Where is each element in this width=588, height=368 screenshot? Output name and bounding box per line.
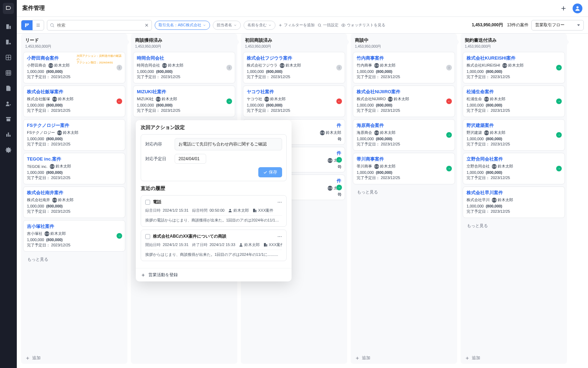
owner-avatar: 担当 [484, 130, 489, 135]
card-owner: 鈴木太郎 [54, 63, 70, 68]
deal-card[interactable]: FSテクノロジー案件 FSテクノロジー 担当鈴木太郎 1,000,000(800… [23, 119, 125, 151]
deal-card[interactable]: TEGOE inc.案件 TEGOE inc. 担当鈴木太郎 1,000,000… [23, 153, 125, 184]
card-owner: 鈴木太郎 [498, 164, 513, 169]
deal-card[interactable]: MIZUKI社案件 MIZUKI社 担当鈴木太郎 1,000,000(800,0… [133, 86, 235, 117]
card-due-label: 完了予定日： [467, 176, 490, 180]
add-card-link[interactable]: 追加 [461, 352, 567, 364]
deal-card[interactable]: 株式会社早川案件 株式会社早川 担当鈴木太郎 1,000,000(800,000… [463, 186, 565, 218]
column-amount: 1,453,950,000円 [245, 44, 343, 49]
nav-grid[interactable] [0, 66, 17, 80]
clear-icon[interactable] [144, 23, 149, 28]
owner-avatar: 担当 [50, 164, 55, 169]
card-owner: 鈴木太郎 [168, 63, 183, 68]
column-title: 初回商談済み [245, 37, 343, 43]
history-more-icon[interactable]: ··· [278, 200, 282, 205]
card-due: 2023/12/25 [51, 209, 70, 213]
svg-point-21 [230, 209, 231, 210]
flow-select[interactable]: 営業取引フロー [531, 20, 584, 30]
history-item[interactable]: 電話 ··· 録音日時 2024/1/2 15:31録音時間 00:50:00 … [141, 195, 287, 227]
history-checkbox[interactable] [145, 200, 150, 205]
card-title: 株式会社フジウラ案件 [247, 55, 341, 61]
svg-point-6 [7, 102, 9, 104]
card-due: 2023/12/25 [161, 75, 180, 79]
date-label: 対応予定日 [145, 156, 170, 162]
chevron-down-icon [233, 23, 237, 27]
deal-card[interactable]: 株式会社NIJIIRO案件 株式会社NIJIIRO 担当鈴木太郎 1,000,0… [353, 86, 455, 117]
add-card-link[interactable]: 追加 [351, 352, 457, 364]
deal-card[interactable]: 立野合同会社案件 立野合同会社 担当鈴木太郎 1,000,000(800,000… [463, 153, 565, 184]
filter-chip-owner[interactable]: 担当者名 [213, 21, 241, 30]
search-input[interactable] [47, 20, 152, 30]
card-paren: (800,000) [376, 137, 392, 141]
nav-settings[interactable] [0, 143, 17, 157]
card-title: 件 [304, 178, 341, 184]
card-amount: 1,000,000 [357, 103, 374, 107]
card-paren: (800,000) [376, 103, 392, 107]
bulk-config-button[interactable]: 一括設定 [317, 22, 338, 28]
deal-card[interactable]: 株式会社南井案件 株式会社南井 担当鈴木太郎 1,000,000(800,000… [23, 186, 125, 218]
deal-card[interactable]: 松浦生命案件 松浦生命 担当鈴木太郎 1,000,000(800,000) 完了… [463, 86, 565, 117]
filter-chip-client[interactable]: 取引先名：ABC株式会社 [155, 21, 210, 30]
nav-archive[interactable] [0, 112, 17, 126]
card-amount: 1,000,000 [467, 204, 484, 208]
nav-users[interactable] [0, 97, 17, 111]
add-card-link[interactable]: 追加 [21, 352, 127, 364]
show-more-link[interactable]: もっと見る [463, 220, 565, 232]
deal-card[interactable]: 野沢建築案件 野沢建築 担当鈴木太郎 1,000,000(800,000) 完了… [463, 119, 565, 151]
card-due: 2023/12/25 [51, 176, 70, 180]
history-checkbox[interactable] [145, 234, 150, 239]
nav-analytics[interactable] [0, 128, 17, 142]
history-item[interactable]: 株式会社ABCのXX案件についての商談 ··· 開始日時 2024/1/2 15… [141, 230, 287, 261]
card-company: 小野田商会 [27, 63, 46, 68]
status-indicator-green: → [556, 65, 562, 70]
card-due: 2023/12/25 [271, 75, 290, 79]
date-input[interactable]: 2024/04/01 [175, 154, 206, 164]
card-paren: (800,000) [266, 69, 282, 74]
card-amount: 1,000,000 [27, 204, 44, 208]
status-indicator-red: ← [446, 98, 452, 104]
deal-card[interactable]: 帯川商事案件 帯川商事 担当鈴木太郎 1,000,000(800,000) 完了… [353, 153, 455, 184]
card-owner: 鈴木太郎 [380, 130, 396, 135]
card-due: 2023/12/25 [381, 108, 400, 113]
deal-card[interactable]: 株式会社飯塚案件 株式会社飯塚 担当鈴木太郎 1,000,000(800,000… [23, 86, 125, 117]
card-paren: (800,000) [376, 69, 392, 74]
svg-rect-5 [6, 70, 11, 75]
save-button[interactable]: 保存 [258, 167, 282, 177]
add-filter-button[interactable]: フィルターを追加 [278, 22, 315, 28]
popover-action-title: 次回アクション設定 [141, 124, 287, 131]
svg-rect-16 [27, 23, 28, 26]
deal-card[interactable]: 海原商会案件 海原商会 担当鈴木太郎 1,000,000(800,000) 完了… [353, 119, 455, 151]
show-more-link[interactable]: もっと見る [353, 186, 455, 198]
deal-card[interactable]: 吉小塚社案件 吉小塚社 担当鈴木太郎 1,000,000(800,000) 完了… [23, 220, 125, 252]
owner-avatar: 担当 [328, 158, 332, 163]
view-list[interactable] [33, 20, 44, 30]
card-paren: (800,000) [46, 103, 63, 107]
nav-table[interactable] [0, 50, 17, 64]
history-body: 挨拶からはじまり、商談獲得が出来た。1回目のアポは2024年の11/1に....… [145, 250, 282, 257]
history-more-icon[interactable]: ··· [278, 234, 282, 239]
card-amount: 1,000,000 [27, 238, 44, 242]
view-kanban[interactable] [21, 20, 33, 30]
card-owner: 鈴木太郎 [508, 63, 524, 68]
user-avatar[interactable] [573, 4, 582, 13]
card-amount: 1,000,000 [357, 137, 374, 141]
card-amount: 1,000,000 [27, 103, 44, 107]
content-input[interactable]: お電話にて先日打ち合わせ内容に関するご確認 [175, 138, 282, 150]
nav-company-settings[interactable] [0, 35, 17, 49]
nav-document[interactable] [0, 81, 17, 95]
deal-card[interactable]: 株式会社フジウラ案件 株式会社フジウラ 担当鈴木太郎 1,000,000(800… [243, 52, 345, 83]
deal-card[interactable]: 次回アクション：資料送付後の確認の...アクション期日：2024/04/01 小… [23, 52, 125, 83]
status-indicator-green: → [226, 98, 232, 104]
filter-chip-name[interactable]: 名前を含む [244, 21, 275, 30]
register-activity-button[interactable]: 営業活動を登録 [136, 268, 292, 281]
nav-company[interactable] [0, 20, 17, 34]
deal-card[interactable]: 株式会社KUREISHI案件 株式会社KUREISHI 担当鈴木太郎 1,000… [463, 52, 565, 83]
show-more-link[interactable]: もっと見る [23, 254, 125, 265]
add-button[interactable] [559, 4, 568, 13]
deal-card[interactable]: 竹内商事案件 竹内商事 担当鈴木太郎 1,000,000(800,000) 完了… [353, 52, 455, 83]
popover-history-title: 直近の履歴 [141, 185, 287, 192]
deal-card[interactable]: ヤコウ社案件 ヤコウ社 担当鈴木太郎 1,000,000(800,000) 完了… [243, 86, 345, 117]
deal-card[interactable]: 時岡合同会社 時岡合同会社 担当鈴木太郎 1,000,000(800,000) … [133, 52, 235, 83]
watchlist-button[interactable]: ウォッチリストを見る [341, 22, 385, 28]
history-meta: 録音日時 2024/1/2 15:31録音時間 00:50:00 鈴木太郎 XX… [145, 208, 282, 213]
